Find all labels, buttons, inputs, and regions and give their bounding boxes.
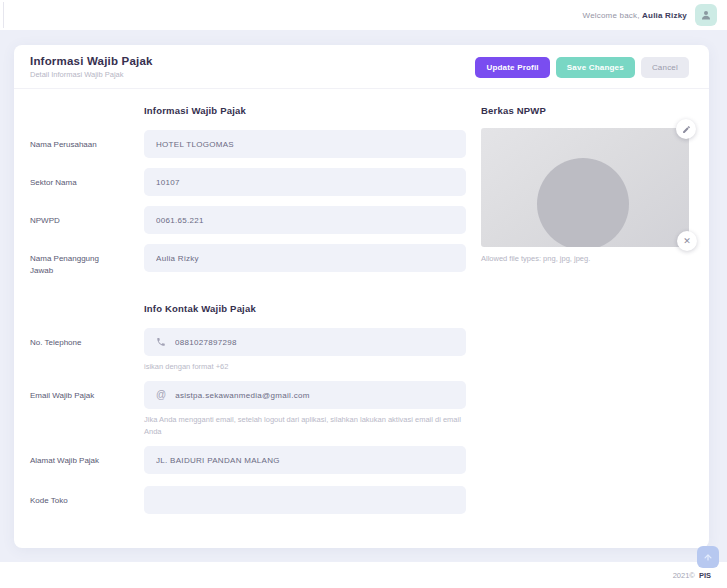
header-actions: Update Profil Save Changes Cancel [469,57,689,78]
nama-perusahaan-input[interactable] [156,140,454,149]
alamat-label: Alamat Wajib Pajak [30,446,144,474]
section-heading-berkas-npwp: Berkas NPWP [481,105,689,116]
telephone-label: No. Telephone [30,328,144,373]
form-column: Informasi Wajib Pajak Nama Perusahaan Se… [30,103,466,524]
email-input[interactable] [175,391,454,400]
remove-image-button[interactable]: ✕ [677,231,697,251]
card-header: Informasi Wajib Pajak Detail Informasi W… [14,45,709,89]
field-row-npwpd: NPWPD [30,206,466,234]
telephone-field-wrap [144,328,466,356]
username: Aulia Rizky [642,11,687,20]
sidebar-edge-divider [3,2,4,28]
at-icon: @ [156,390,166,400]
nama-penanggung-jawab-field-wrap [144,244,466,272]
phone-icon [156,337,166,347]
sektor-nama-label: Sektor Nama [30,168,144,196]
alamat-input[interactable] [156,456,454,465]
npwp-placeholder-image [481,128,689,247]
sektor-nama-field-wrap [144,168,466,196]
card-body: Informasi Wajib Pajak Nama Perusahaan Se… [14,89,709,524]
sektor-nama-input[interactable] [156,178,454,187]
kode-toko-label: Kode Toko [30,486,144,514]
footer-brand: PIS [699,571,711,580]
kode-toko-input[interactable] [156,496,454,505]
npwpd-label: NPWPD [30,206,144,234]
page-title: Informasi Wajib Pajak [30,55,153,67]
page-subtitle: Detail Informasi Wajib Pajak [30,70,153,79]
nama-perusahaan-label: Nama Perusahaan [30,130,144,158]
section-kontak-heading-row: Info Kontak Wajib Pajak [30,303,466,314]
section-informasi-heading-row: Informasi Wajib Pajak [30,105,466,116]
telephone-input[interactable] [175,338,454,347]
npwp-image-preview: ✕ [481,128,689,247]
telephone-helper-text: isikan dengan format +62 [144,361,466,373]
welcome-text: Welcome back, Aulia Rizky [583,11,687,20]
taxpayer-info-card: Informasi Wajib Pajak Detail Informasi W… [14,45,709,548]
email-field-wrap: @ [144,381,466,409]
section-heading-informasi-wajib-pajak: Informasi Wajib Pajak [144,105,466,116]
scroll-to-top-button[interactable] [697,546,719,568]
allowed-file-types-text: Allowed file types: png, jpg, jpeg. [481,254,689,263]
content-area: Informasi Wajib Pajak Detail Informasi W… [0,30,727,562]
section-heading-info-kontak: Info Kontak Wajib Pajak [144,303,466,314]
field-row-nama-perusahaan: Nama Perusahaan [30,130,466,158]
field-row-alamat: Alamat Wajib Pajak [30,446,466,474]
npwpd-field-wrap [144,206,466,234]
upload-column: Berkas NPWP [481,103,689,524]
field-row-telephone: No. Telephone isikan dengan forma [30,328,466,373]
field-row-kode-toko: Kode Toko [30,486,466,514]
pencil-icon [682,125,691,134]
nama-perusahaan-field-wrap [144,130,466,158]
welcome-label: Welcome back, [583,11,640,20]
cancel-button[interactable]: Cancel [641,57,689,78]
card-titles: Informasi Wajib Pajak Detail Informasi W… [30,55,153,79]
alamat-field-wrap [144,446,466,474]
nama-penanggung-jawab-label: Nama Penanggung Jawab [30,244,144,277]
field-row-email: Email Wajib Pajak @ Jika Anda mengganti … [30,381,466,438]
user-icon [700,9,712,21]
kode-toko-field-wrap [144,486,466,514]
app-root: Welcome back, Aulia Rizky Informasi Waji… [0,0,727,588]
email-label: Email Wajib Pajak [30,381,144,438]
npwpd-input[interactable] [156,216,454,225]
placeholder-circle [537,158,629,247]
edit-image-button[interactable] [676,119,696,139]
close-icon: ✕ [683,236,691,246]
avatar[interactable] [695,4,717,26]
field-row-sektor-nama: Sektor Nama [30,168,466,196]
email-helper-text: Jika Anda mengganti email, setelah logou… [144,414,466,438]
save-changes-button[interactable]: Save Changes [556,57,635,78]
field-row-nama-penanggung-jawab: Nama Penanggung Jawab [30,244,466,277]
footer-year: 2021© [673,571,695,580]
update-profil-button[interactable]: Update Profil [475,57,549,78]
topbar: Welcome back, Aulia Rizky [0,0,727,30]
chevron-up-icon [703,552,713,562]
nama-penanggung-jawab-input[interactable] [156,254,454,263]
footer: 2021© PIS [0,562,727,588]
